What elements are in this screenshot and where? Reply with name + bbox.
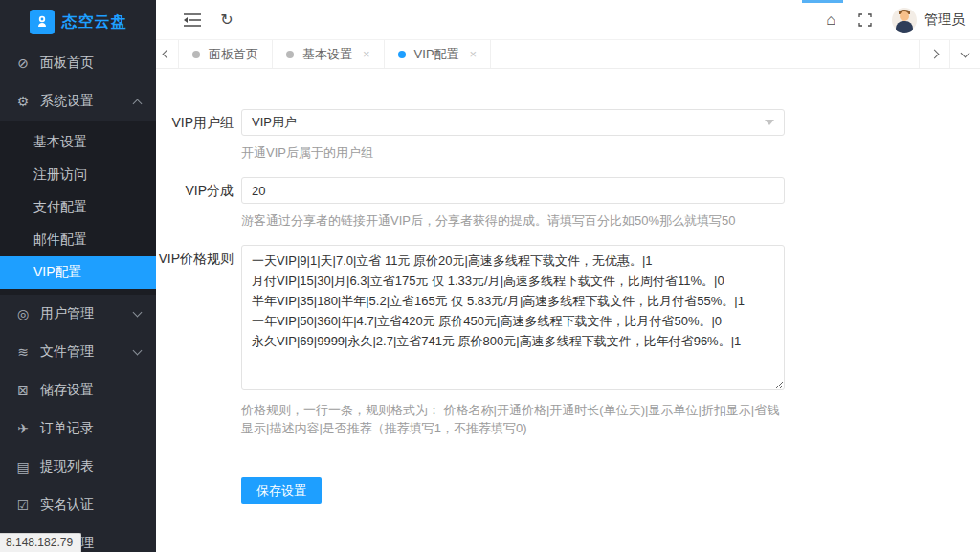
sidebar-item-label: 注册访问 <box>33 166 87 184</box>
loading-progress-bar <box>802 0 843 3</box>
app-title: 态空云盘 <box>62 12 127 33</box>
main-area: ↻ ⌂ 管理员 面板首页 基本设置 × VIP配置 × <box>156 0 980 552</box>
field-label: VIP用户组 <box>156 109 234 136</box>
verify-icon: ☑ <box>15 497 31 513</box>
tab-status-dot <box>192 51 200 58</box>
sidebar-item-realname-verify[interactable]: ☑ 实名认证 <box>0 486 156 524</box>
save-settings-button[interactable]: 保存设置 <box>241 477 322 504</box>
sidebar-item-label: 基本设置 <box>33 134 87 151</box>
chevron-up-icon <box>133 99 143 109</box>
field-help-text: 游客通过分享者的链接开通VIP后，分享者获得的提成。请填写百分比如50%那么就填… <box>241 211 785 230</box>
chevron-down-icon <box>133 346 143 356</box>
orders-icon: ✈ <box>15 421 31 436</box>
sidebar-item-label: 支付配置 <box>33 199 87 216</box>
sidebar-item-label: 文件管理 <box>40 343 94 361</box>
field-label: VIP分成 <box>156 177 234 204</box>
tab-dashboard[interactable]: 面板首页 <box>179 40 273 68</box>
form-row-vip-commission: VIP分成 游客通过分享者的链接开通VIP后，分享者获得的提成。请填写百分比如5… <box>156 177 980 230</box>
refresh-icon[interactable]: ↻ <box>210 0 244 40</box>
app-logo[interactable]: 态空云盘 <box>0 0 156 44</box>
tabs-scroll-left-button[interactable] <box>156 40 179 68</box>
top-toolbar: ↻ ⌂ 管理员 <box>156 0 980 40</box>
sidebar-item-basic-settings[interactable]: 基本设置 <box>0 126 156 159</box>
sidebar-item-label: 邮件配置 <box>33 232 87 249</box>
user-avatar[interactable] <box>892 8 917 33</box>
withdraw-icon: ▤ <box>15 459 31 475</box>
fullscreen-icon[interactable] <box>848 0 882 40</box>
storage-icon: ⊠ <box>15 383 31 398</box>
gear-icon: ⚙ <box>15 94 31 109</box>
tab-label: VIP配置 <box>414 46 459 63</box>
sidebar-menu: ⊘ 面板首页 ⚙ 系统设置 基本设置 注册访问 支付配置 邮件配置 VIP配置 <box>0 44 156 552</box>
sidebar-item-file-management[interactable]: ≋ 文件管理 <box>0 333 156 371</box>
sidebar-item-dashboard[interactable]: ⊘ 面板首页 <box>0 44 156 82</box>
close-icon[interactable]: × <box>363 47 370 61</box>
form-row-vip-price-rules: VIP价格规则 一天VIP|9|1|天|7.0|立省 11元 原价20元|高速多… <box>156 245 980 437</box>
tab-label: 基本设置 <box>302 46 352 63</box>
sidebar-item-label: 储存设置 <box>40 382 94 399</box>
tabs-scroll-right-button[interactable] <box>919 40 949 68</box>
tabs-menu-button[interactable] <box>949 40 980 68</box>
user-name[interactable]: 管理员 <box>924 11 965 29</box>
chevron-down-icon <box>133 308 143 318</box>
tab-bar: 面板首页 基本设置 × VIP配置 × <box>156 40 980 69</box>
sidebar-item-label: 用户管理 <box>40 305 94 322</box>
vip-price-rules-textarea[interactable]: 一天VIP|9|1|天|7.0|立省 11元 原价20元|高速多线程下载文件，无… <box>241 245 785 390</box>
collapse-sidebar-icon[interactable] <box>175 0 210 40</box>
field-help-text: 价格规则，一行一条，规则格式为： 价格名称|开通价格|开通时长(单位天)|显示单… <box>241 401 785 437</box>
tab-label: 面板首页 <box>209 46 258 63</box>
vip-commission-input[interactable] <box>252 184 774 198</box>
sidebar-item-label: VIP配置 <box>33 264 82 281</box>
field-help-text: 开通VIP后属于的用户组 <box>241 144 785 162</box>
field-label: VIP价格规则 <box>156 245 234 272</box>
status-bar-link-tooltip: 8.148.182.79 <box>0 533 81 552</box>
sidebar-item-label: 实名认证 <box>40 497 94 514</box>
files-icon: ≋ <box>15 344 31 360</box>
sidebar-item-storage-settings[interactable]: ⊠ 储存设置 <box>0 371 156 409</box>
sidebar-item-payment-config[interactable]: 支付配置 <box>0 191 156 224</box>
select-value: VIP用户 <box>252 114 297 131</box>
vip-usergroup-select[interactable]: VIP用户 <box>241 109 785 136</box>
close-icon[interactable]: × <box>470 47 478 61</box>
system-settings-submenu: 基本设置 注册访问 支付配置 邮件配置 VIP配置 <box>0 121 156 295</box>
sidebar-item-mail-config[interactable]: 邮件配置 <box>0 224 156 256</box>
sidebar-item-register-access[interactable]: 注册访问 <box>0 159 156 191</box>
users-icon: ◎ <box>15 306 31 321</box>
form-actions: 保存设置 <box>241 477 980 504</box>
tab-status-dot <box>286 51 294 58</box>
tab-vip-config[interactable]: VIP配置 × <box>385 40 492 68</box>
sidebar-item-vip-config[interactable]: VIP配置 <box>0 256 156 289</box>
home-icon[interactable]: ⌂ <box>813 0 848 40</box>
sidebar: 态空云盘 ⊘ 面板首页 ⚙ 系统设置 基本设置 注册访问 支付配置 邮件配置 <box>0 0 156 552</box>
sidebar-item-label: 订单记录 <box>40 420 94 437</box>
tab-basic-settings[interactable]: 基本设置 × <box>273 40 385 68</box>
sidebar-item-label: 系统设置 <box>40 93 94 110</box>
vip-commission-field-wrap <box>241 177 785 204</box>
logo-astronaut-icon <box>30 10 55 34</box>
sidebar-item-system-settings[interactable]: ⚙ 系统设置 <box>0 82 156 121</box>
tab-status-dot <box>398 51 406 58</box>
form-row-vip-usergroup: VIP用户组 VIP用户 开通VIP后属于的用户组 <box>156 109 980 162</box>
sidebar-item-withdraw-list[interactable]: ▤ 提现列表 <box>0 448 156 486</box>
caret-down-icon <box>765 120 774 125</box>
sidebar-item-user-management[interactable]: ◎ 用户管理 <box>0 295 156 333</box>
vip-config-form: VIP用户组 VIP用户 开通VIP后属于的用户组 VIP分成 游客通过分享者的… <box>156 69 980 552</box>
sidebar-item-label: 面板首页 <box>40 55 94 72</box>
sidebar-item-label: 提现列表 <box>40 458 94 475</box>
sidebar-item-order-records[interactable]: ✈ 订单记录 <box>0 409 156 448</box>
dashboard-icon: ⊘ <box>15 55 31 71</box>
